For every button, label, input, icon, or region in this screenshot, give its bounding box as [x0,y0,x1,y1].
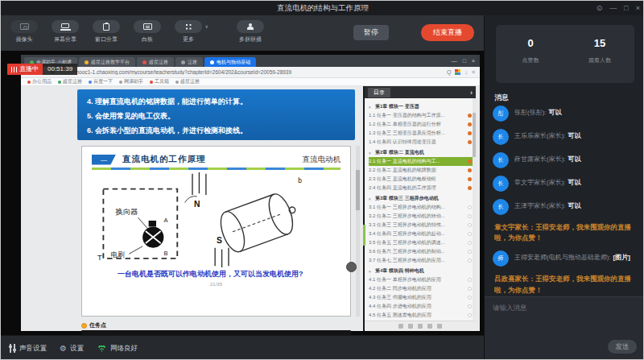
slide-scrollbar-thumb[interactable] [356,170,360,210]
catalog-item-label: 3.1 任务一 三相异步电动机的结构... [369,204,465,211]
slide-page-number: 21/35 [82,282,350,287]
viewer-tool-icon[interactable] [398,324,403,329]
message-author: 王得安老师(电机与拖动基础老师): [514,254,611,261]
main-toolbar: 摄像头屏幕分享窗口分享白板∨更多多群联播 暂停 结束直播 [1,15,484,51]
task-point-badge-icon [468,177,472,181]
catalog-chapter-row: ▾第4章 模块四 特种电机 [369,267,473,275]
catalog-scrollbar-thumb[interactable] [473,113,476,157]
objective-line: 6. 会拆装小型的直流电动机，并进行检测和接线。 [87,123,355,138]
network-status-label: 网络良好 [110,344,138,354]
message-body: 王乐乐家长(家长):可以 [514,129,581,145]
catalog-item-label: 4.1 任务一 单相异步电动机的应用 [369,276,465,283]
toolbar-button-multi-broadcast[interactable]: 多群联播 [233,20,267,43]
pause-button[interactable]: 暂停 [353,25,389,40]
catalog-scrollbar[interactable] [473,98,476,320]
message-body: 章文宇家长(家长):可以 [514,176,581,192]
toolbar-button-pill [134,20,161,33]
minimize-button[interactable]: — [609,4,617,12]
camera-icon [20,23,29,30]
message-text: 可以 [568,202,581,209]
bookmark-item: 网课助手 [119,78,143,85]
task-point-badge-icon [468,159,472,163]
sliders-icon [9,344,16,353]
task-point-badge-icon [468,250,472,254]
dc-motor-diagram: T 换向器 A B 电刷 [96,171,337,269]
catalog-item: 3.2 任务二 三相异步电动机的转动... [369,212,473,221]
toolbar-button-pill [10,20,38,33]
message-author: 张彤(张彤): [514,109,547,116]
screen-share-stage: 会课助手·小鹅通超星泛雅教学平台超星泛雅泛雅电机与拖动基础 —□× ○ ↻ ☆ … [1,51,484,335]
chat-input-area: 发送 [485,296,644,360]
catalog-item-label: 2.2 任务二 直流电机的铭牌数据 [369,167,465,174]
chat-message: 长章文宇家长(家长):可以 [493,176,637,192]
catalog-item-label: 1.1 任务一 变压器的结构与工作原... [369,112,465,119]
close-button[interactable]: × [636,4,640,12]
messages-list[interactable]: 彤张彤(张彤):可以长王乐乐家长(家长):可以长薛甘露家长(家长):可以长章文宇… [485,106,644,296]
task-point-badge-icon [468,259,472,263]
toolbar-button-more[interactable]: ∨更多 [171,20,205,43]
window-controls: ⊙ — □ × [597,1,640,15]
bookmark-item: 百度一下 [89,78,113,85]
catalog-item-label: 3.6 任务六 三相异步电动机的制动... [369,248,465,255]
right-panel: 0 点赞数 15 观看人数 消息 彤张彤(张彤):可以长王乐乐家长(家长):可以… [484,15,644,360]
chat-message: 师王得安老师(电机与拖动基础老师):[图片] [493,250,637,267]
likes-label: 点赞数 [496,56,565,64]
svg-text:换向器: 换向器 [114,208,138,216]
catalog-item: 3.4 任务四 三相异步电动机的起动... [369,230,473,238]
timer-icon[interactable]: ⊙ [597,4,603,12]
send-button[interactable]: 发送 [608,340,637,354]
catalog-tab[interactable]: 目录 [368,88,390,97]
catalog-item-label: 第1章 模块一 变压器 [375,103,465,110]
likes-count: 0 [496,37,565,49]
slide-scrollbar[interactable] [356,146,360,317]
toolbar-button-screen-share[interactable]: 屏幕分享 [48,20,82,43]
toolbar-button-camera[interactable]: 摄像头 [7,20,41,43]
message-input[interactable] [485,297,644,344]
svg-text:b: b [298,176,302,184]
toolbar-button-window-share[interactable]: 窗口分享 [89,20,123,43]
tab-label: 电机与拖动基础 [217,57,250,67]
catalog-item: 2.3 任务三 直流电机的电枢绕组 [369,175,473,184]
viewer-tool-icon[interactable] [427,324,432,329]
message-text: 可以 [568,132,581,139]
viewer-tool-icon[interactable] [418,324,423,329]
bookmarks-bar: 办公用品超星泛雅百度一下网课助手工具箱超星泛雅 [21,78,480,86]
end-live-button[interactable]: 结束直播 [421,24,474,41]
likes-stat: 0 点赞数 [496,25,565,83]
catalog-item-label: 2.4 任务四 直流电机的工作原理 [369,184,465,192]
settings-button[interactable]: ⚙ 设置 [60,344,84,354]
caret-down-icon: ▾ [369,269,374,274]
message-author: 薛甘露家长(家长): [514,155,566,163]
bookmark-favicon [58,81,61,84]
catalog-item: 4.5 任务五 测速发电机的应用 [369,311,473,320]
objective-line: 5. 会使用常见的电工仪表。 [87,109,355,123]
board-icon [143,23,152,30]
catalog-item-active: 2.1 任务一 直流电机的结构与工... [369,157,473,166]
header-trapezoid-decoration: — [92,155,116,165]
catalog-item-label: 1.2 任务二 单相变压器的运行分析 [369,121,465,128]
task-point-badge-icon [468,223,472,227]
catalog-item-label: 1.4 任务四 认识特殊用途变压器 [369,139,465,146]
maximize-button[interactable]: □ [624,4,628,12]
browser-tab: 电机与拖动基础 [204,57,256,67]
viewer-toolbar [365,321,476,331]
bookmark-favicon [150,81,153,84]
catalog-item: 4.2 任务二 同步电动机的应用 [369,284,473,293]
toolbar-button-whiteboard[interactable]: 白板 [130,20,164,43]
floating-page-button[interactable] [346,262,357,272]
caret-down-icon: ▾ [369,151,374,155]
viewer-tool-icon[interactable] [437,324,442,329]
task-point-badge-icon [468,131,472,135]
browser-tab: 泛雅 [175,57,203,67]
collapse-arrow-icon[interactable]: › [470,89,473,97]
viewers-count: 15 [565,37,634,49]
viewer-tool-icon[interactable] [408,324,413,329]
bookmark-item: 办公用品 [27,78,52,85]
task-point-badge-icon [468,241,472,245]
message-body: 薛甘露家长(家长):可以 [514,152,581,168]
sound-settings-button[interactable]: 声音设置 [9,344,47,354]
live-label-text: 直播中 [19,64,39,75]
catalog-chapter-row: ▾第1章 模块一 变压器 [369,102,473,111]
bottom-status-bar: 声音设置 ⚙ 设置 网络良好 [1,335,484,360]
toolbar-button-pill: ∨ [175,20,202,33]
